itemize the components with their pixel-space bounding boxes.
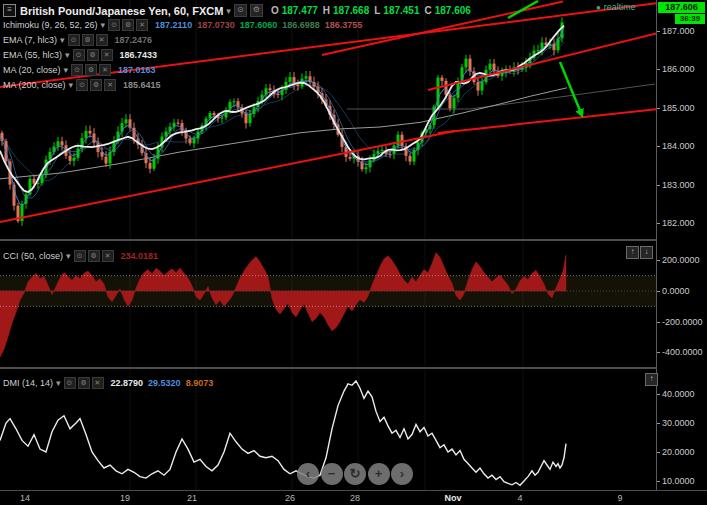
indicator-value: 187.6060 [240, 20, 278, 30]
dmi-axis-label: 10.0000 [662, 476, 695, 486]
realtime-dot-icon: ● [596, 3, 601, 12]
time-axis[interactable]: 1419212628Nov49 [0, 490, 707, 506]
time-axis-label: 21 [177, 493, 207, 503]
indicator-row: MA (20, close)▾⊙⚙✕187.0163 [3, 60, 156, 72]
indicator-label[interactable]: Ichimoku (9, 26, 52, 26) [3, 20, 98, 30]
cci-axis-label: 200.0000 [662, 255, 700, 265]
pane-separator[interactable] [0, 239, 707, 241]
indicator-value: 186.7433 [120, 50, 158, 60]
indicator-label[interactable]: MA (200, close) [3, 80, 66, 90]
gear-icon[interactable]: ⚙ [78, 377, 90, 389]
chevron-down-icon[interactable]: ▾ [60, 35, 65, 45]
current-price-badge: 187.606 [658, 2, 705, 13]
move-pane-down-button[interactable]: ↓ [640, 246, 653, 259]
symbol-legend-row: ≡British Pound/Japanese Yen, 60, FXCM▾⊙⚙… [3, 1, 471, 14]
price-axis[interactable]: 187.000186.000185.000184.000183.000182.0… [656, 0, 707, 490]
realtime-indicator: ●realtime [596, 2, 636, 12]
eye-icon[interactable]: ⊙ [68, 34, 80, 46]
dmi-axis-label: 20.0000 [662, 447, 695, 457]
gear-icon[interactable]: ⚙ [87, 49, 99, 61]
ohlc-label: L [374, 5, 380, 16]
close-icon[interactable]: ✕ [136, 19, 148, 31]
close-icon[interactable]: ✕ [101, 49, 113, 61]
indicator-value: 186.6988 [282, 20, 320, 30]
dmi-label[interactable]: DMI (14, 14) [3, 378, 53, 388]
price-axis-label: 184.000 [662, 141, 695, 151]
indicator-label[interactable]: EMA (7, hlc3) [3, 35, 57, 45]
ohlc-value: 187.451 [383, 5, 419, 16]
scroll-left-button[interactable]: ‹ [297, 463, 319, 485]
price-axis-label: 186.000 [662, 64, 695, 74]
indicator-label[interactable]: EMA (55, hlc3) [3, 50, 62, 60]
move-pane-up-button[interactable]: ↑ [645, 373, 658, 386]
eye-icon[interactable]: ⊙ [71, 64, 83, 76]
indicator-row: EMA (55, hlc3)▾⊙⚙✕186.7433 [3, 45, 157, 57]
indicator-value: 187.0730 [197, 20, 235, 30]
dmi-axis-label: 40.0000 [662, 389, 695, 399]
cci-legend-row: CCI (50, close)▾⊙⚙✕234.0181 [3, 246, 158, 264]
eye-icon[interactable]: ⊙ [108, 19, 120, 31]
dmi-legend-row: DMI (14, 14)▾⊙⚙✕22.879029.53208.9073 [3, 373, 213, 391]
close-icon[interactable]: ✕ [99, 64, 111, 76]
time-axis-label: Nov [438, 493, 468, 503]
price-axis-label: 182.000 [662, 218, 695, 228]
reset-view-button[interactable]: ↻ [344, 463, 366, 485]
scroll-right-button[interactable]: › [391, 463, 413, 485]
eye-icon[interactable]: ⊙ [76, 79, 88, 91]
gear-icon[interactable]: ⚙ [82, 34, 94, 46]
zoom-out-button[interactable]: − [321, 463, 343, 485]
cci-axis-label: -200.0000 [662, 317, 703, 327]
close-icon[interactable]: ✕ [96, 34, 108, 46]
time-axis-label: 9 [605, 493, 635, 503]
close-icon[interactable]: ✕ [92, 377, 104, 389]
chevron-down-icon[interactable]: ▾ [64, 65, 69, 75]
cci-axis-label: -400.0000 [662, 347, 703, 357]
time-axis-label: 19 [110, 493, 140, 503]
indicator-value: 187.2110 [155, 20, 192, 30]
price-axis-label: 183.000 [662, 180, 695, 190]
indicator-label[interactable]: MA (20, close) [3, 65, 61, 75]
cci-value: 234.0181 [121, 251, 159, 261]
gear-icon[interactable]: ⚙ [90, 79, 102, 91]
price-axis-label: 187.000 [662, 26, 695, 36]
indicator-row: MA (200, close)▾⊙⚙✕185.6415 [3, 75, 161, 87]
close-icon[interactable]: ✕ [104, 79, 116, 91]
gear-icon[interactable]: ⚙ [85, 64, 97, 76]
chevron-down-icon[interactable]: ▾ [101, 20, 106, 30]
time-axis-label: 4 [505, 493, 535, 503]
cci-axis-label: 0.0000 [662, 286, 690, 296]
pane-separator[interactable] [0, 367, 707, 369]
close-icon[interactable]: ✕ [102, 250, 114, 262]
price-axis-label: 185.000 [662, 103, 695, 113]
indicator-row: EMA (7, hlc3)▾⊙⚙✕187.2476 [3, 30, 152, 42]
trading-chart-window: ≡British Pound/Japanese Yen, 60, FXCM▾⊙⚙… [0, 0, 707, 508]
indicator-value: 8.9073 [186, 378, 214, 388]
dmi-axis-label: 30.0000 [662, 418, 695, 428]
time-axis-label: 28 [340, 493, 370, 503]
chevron-down-icon[interactable]: ▾ [69, 80, 74, 90]
cci-label[interactable]: CCI (50, close) [3, 251, 63, 261]
indicator-value: 185.6415 [123, 80, 161, 90]
move-pane-up-button[interactable]: ↑ [626, 246, 639, 259]
eye-icon[interactable]: ⊙ [73, 49, 85, 61]
time-axis-label: 14 [10, 493, 40, 503]
indicator-value: 187.2476 [115, 35, 153, 45]
chevron-down-icon[interactable]: ▾ [65, 50, 70, 60]
eye-icon[interactable]: ⊙ [74, 250, 86, 262]
bar-countdown-badge: 36:39 [675, 14, 705, 24]
indicator-value: 22.8790 [111, 378, 144, 388]
indicator-value: 187.0163 [118, 65, 156, 75]
indicator-value: 29.5320 [148, 378, 181, 388]
chevron-down-icon[interactable]: ▾ [56, 378, 61, 388]
indicator-row: Ichimoku (9, 26, 52, 26)▾⊙⚙✕187.2110187.… [3, 15, 362, 27]
gear-icon[interactable]: ⚙ [88, 250, 100, 262]
gear-icon[interactable]: ⚙ [122, 19, 134, 31]
realtime-label: realtime [604, 2, 636, 12]
zoom-in-button[interactable]: + [368, 463, 390, 485]
time-axis-label: 26 [275, 493, 305, 503]
ohlc-label: C [424, 5, 431, 16]
eye-icon[interactable]: ⊙ [64, 377, 76, 389]
chevron-down-icon[interactable]: ▾ [66, 251, 71, 261]
ohlc-value: 187.606 [435, 5, 471, 16]
indicator-value: 186.3755 [325, 20, 363, 30]
